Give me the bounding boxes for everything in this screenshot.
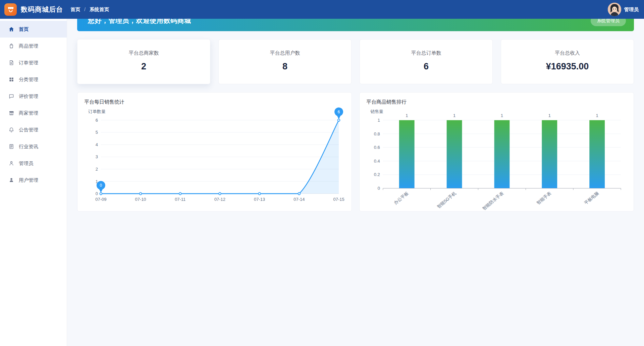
y-tick-label: 4	[96, 142, 98, 147]
bar-value-label: 1	[596, 113, 598, 118]
sidebar-item-label: 用户管理	[19, 177, 38, 183]
y-tick-label: 6	[96, 118, 98, 123]
users-icon	[8, 177, 14, 183]
admin-icon	[8, 160, 14, 166]
stats-row: 平台总商家数2平台总用户数8平台总订单数6平台总收入¥16935.00	[77, 39, 634, 84]
daily-sales-title: 平台每日销售统计	[84, 99, 345, 105]
y-tick-label: 0.4	[374, 159, 380, 164]
sidebar-item-label: 行业资讯	[19, 143, 38, 150]
x-tick-label: 07-11	[175, 197, 185, 202]
notice-icon	[8, 127, 14, 133]
category-icon	[8, 76, 14, 82]
sidebar-item-label: 商家管理	[19, 110, 38, 116]
breadcrumb: 首页 / 系统首页	[70, 0, 109, 19]
sidebar-item-news[interactable]: 行业资讯	[0, 138, 67, 155]
bar-value-label: 1	[501, 113, 503, 118]
data-point-marker	[338, 119, 340, 121]
bar	[399, 120, 415, 188]
avatar-illustration	[608, 3, 621, 16]
y-tick-label: 1	[378, 118, 380, 123]
sidebar-item-admin[interactable]: 管理员	[0, 155, 67, 172]
data-point-marker	[298, 192, 300, 195]
x-tick-label: 智能防水手表	[481, 190, 504, 211]
bar-value-label: 1	[453, 113, 455, 118]
news-icon	[8, 143, 14, 150]
sidebar-item-notice[interactable]: 公告管理	[0, 121, 67, 138]
daily-sales-card: 平台每日销售统计 0123456订单数量07-0907-1007-1107-12…	[77, 92, 352, 212]
home-icon	[8, 26, 14, 32]
pin-label: 0	[100, 183, 102, 188]
y-axis-title: 订单数量	[88, 109, 106, 114]
pin-label: 6	[338, 110, 340, 114]
sidebar-item-label: 管理员	[19, 160, 34, 167]
stat-label: 平台总订单数	[360, 50, 492, 56]
sidebar-item-home[interactable]: 首页	[0, 21, 67, 38]
charts-row: 平台每日销售统计 0123456订单数量07-0907-1007-1107-12…	[77, 92, 634, 212]
header-user-area: 管理员	[608, 3, 639, 16]
stat-label: 平台总收入	[501, 50, 634, 56]
stat-value: 8	[219, 61, 351, 72]
stat-card: 平台总用户数8	[218, 39, 352, 84]
data-point-marker	[258, 192, 261, 195]
data-point-marker	[140, 192, 142, 195]
product-ranking-title: 平台商品销售排行	[366, 99, 627, 105]
storefront-icon	[6, 5, 15, 14]
x-tick-label: 办公平板	[393, 190, 409, 206]
app-logo-icon	[4, 3, 17, 16]
x-tick-label: 07-12	[214, 197, 225, 202]
stat-card: 平台总商家数2	[77, 39, 210, 84]
app-title: 数码商城后台	[21, 5, 63, 14]
bar	[494, 120, 510, 188]
bar-value-label: 1	[548, 113, 551, 118]
user-avatar[interactable]	[608, 3, 621, 16]
user-name-label: 管理员	[624, 6, 639, 13]
y-tick-label: 0.6	[374, 145, 380, 150]
y-tick-label: 5	[96, 130, 98, 135]
review-icon	[8, 93, 14, 99]
breadcrumb-home[interactable]: 首页	[70, 6, 80, 13]
x-tick-label: 07-15	[333, 197, 344, 202]
sidebar-item-users[interactable]: 用户管理	[0, 172, 67, 188]
sidebar-item-goods[interactable]: 商品管理	[0, 38, 67, 54]
y-tick-label: 0	[378, 186, 380, 191]
x-tick-label: 07-13	[254, 197, 265, 202]
x-tick-label: 智能手表	[536, 190, 552, 206]
sidebar-item-review[interactable]: 评价管理	[0, 88, 67, 105]
stat-card: 平台总订单数6	[360, 39, 493, 84]
sidebar-item-label: 评价管理	[19, 93, 38, 100]
daily-sales-line-chart: 0123456订单数量07-0907-1007-1107-1207-1307-1…	[84, 107, 345, 208]
x-tick-label: 07-10	[135, 197, 146, 202]
merchant-icon	[8, 110, 14, 116]
product-ranking-card: 平台商品销售排行 00.20.40.60.81销售量1办公平板1智能5G手机1智…	[359, 92, 634, 212]
x-tick-label: 平板电脑	[583, 190, 600, 206]
top-header: 数码商城后台 首页 / 系统首页 管理员	[0, 0, 644, 19]
x-tick-label: 智能5G手机	[436, 190, 457, 209]
bar	[589, 120, 605, 188]
stat-card: 平台总收入¥16935.00	[501, 39, 634, 84]
bar	[447, 120, 462, 188]
y-axis-title: 销售量	[370, 109, 383, 114]
sidebar-item-label: 商品管理	[19, 43, 38, 49]
breadcrumb-current[interactable]: 系统首页	[90, 6, 109, 13]
data-point-marker	[219, 192, 221, 195]
sidebar-item-label: 首页	[19, 26, 29, 33]
sidebar-item-label: 公告管理	[19, 127, 38, 133]
data-point-marker	[179, 192, 181, 195]
main-content: 您好，管理员，欢迎使用数码商城 系统管理员 平台总商家数2平台总用户数8平台总订…	[67, 0, 644, 212]
sidebar-item-category[interactable]: 分类管理	[0, 71, 67, 88]
y-tick-label: 3	[96, 154, 98, 159]
stat-value: ¥16935.00	[501, 61, 634, 72]
sidebar-item-orders[interactable]: 订单管理	[0, 54, 67, 71]
bar-value-label: 1	[406, 113, 408, 118]
sidebar-item-label: 分类管理	[19, 76, 38, 83]
y-tick-label: 0.8	[374, 131, 380, 136]
stat-value: 6	[360, 61, 492, 72]
y-tick-label: 0.2	[374, 172, 380, 177]
stat-label: 平台总用户数	[219, 50, 351, 56]
y-tick-label: 2	[96, 167, 98, 172]
y-tick-label: 0	[96, 191, 98, 196]
goods-icon	[8, 43, 14, 49]
product-ranking-bar-chart: 00.20.40.60.81销售量1办公平板1智能5G手机1智能防水手表1智能手…	[366, 107, 627, 208]
sidebar-item-merchant[interactable]: 商家管理	[0, 105, 67, 121]
sidebar-nav: 首页商品管理订单管理分类管理评价管理商家管理公告管理行业资讯管理员用户管理	[0, 19, 67, 346]
